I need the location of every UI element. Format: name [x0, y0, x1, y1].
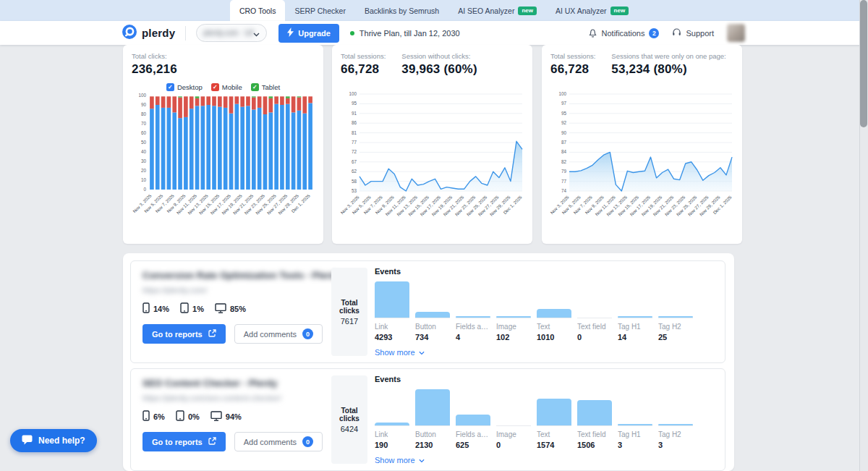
tab-serp-checker[interactable]: SERP Checker — [285, 0, 354, 21]
total-clicks-panel: Total clicks 7617 — [331, 268, 367, 356]
event-value: 2130 — [415, 441, 450, 449]
event-bar — [496, 316, 531, 318]
event-column-tag-h1: Tag H114 — [618, 281, 652, 341]
event-value: 1574 — [537, 441, 571, 449]
plerdy-logo-icon — [122, 24, 137, 43]
logo-text: plerdy — [142, 27, 175, 39]
event-label: Link — [375, 323, 409, 331]
event-column-fields-and-f-: Fields and f...4 — [456, 281, 490, 341]
need-help-button[interactable]: Need help? — [10, 429, 97, 452]
legend-item-mobile[interactable]: ✓Mobile — [211, 83, 242, 91]
event-column-text-field: Text field1506 — [577, 389, 612, 449]
stat-sessions-one-page: Sessions that were only on one page: 53,… — [611, 52, 726, 77]
total-clicks-panel-value: 7617 — [341, 317, 358, 326]
event-bar — [618, 316, 652, 318]
legend-checkbox[interactable]: ✓ — [251, 83, 259, 91]
legend-item-tablet[interactable]: ✓Tablet — [251, 83, 280, 91]
event-value: 1506 — [577, 441, 612, 449]
total-clicks-label: Total clicks: — [132, 52, 315, 60]
legend-item-desktop[interactable]: ✓Desktop — [166, 83, 203, 91]
event-bar-area — [658, 389, 693, 426]
tab-backlinks-by-semrush[interactable]: Backlinks by Semrush — [355, 0, 448, 21]
notifications-badge: 2 — [649, 28, 659, 38]
tabs-group: CRO ToolsSERP CheckerBacklinks by Semrus… — [230, 0, 638, 21]
report-url-blurred: https://plerdy.com/ — [142, 286, 207, 294]
stat-label: Total sessions: — [341, 52, 386, 60]
event-value: 25 — [658, 333, 693, 341]
svg-text:74: 74 — [561, 188, 567, 193]
desktop-percent: 85% — [230, 305, 246, 313]
legend-label: Desktop — [177, 83, 203, 91]
legend-checkbox[interactable]: ✓ — [166, 83, 174, 91]
event-bar-area — [415, 281, 450, 318]
avatar[interactable] — [727, 24, 745, 42]
show-more-link[interactable]: Show more — [375, 456, 425, 464]
notifications-button[interactable]: Notifications 2 — [588, 27, 660, 39]
tab-cro-tools[interactable]: CRO Tools — [230, 0, 286, 21]
device-stats: 6% 0% 94% — [142, 410, 327, 423]
go-to-reports-label: Go to reports — [152, 438, 203, 446]
sessions-without-clicks-card: Total sessions: 66,728 Session without c… — [332, 45, 532, 244]
support-button[interactable]: Support — [672, 27, 714, 38]
clicks-by-device-bar-chart: 0102030405060708090100Nov 3, 2025Nov 5, … — [132, 91, 315, 233]
site-dropdown-value: plerdy.com · UA — [203, 29, 253, 37]
mobile-percent: 6% — [153, 412, 165, 421]
events-title: Events — [375, 267, 715, 276]
tab-ai-seo-analyzer[interactable]: AI SEO Analyzernew — [448, 0, 546, 21]
support-label: Support — [686, 29, 714, 38]
add-comments-button[interactable]: Add comments 0 — [234, 324, 323, 344]
event-bar — [658, 424, 693, 425]
event-column-image: Image102 — [496, 281, 531, 341]
event-label: Tag H1 — [618, 430, 652, 438]
stat-label: Sessions that were only on one page: — [611, 52, 726, 60]
event-column-link: Link190 — [375, 389, 409, 449]
total-clicks-panel-label: Total clicks — [331, 299, 367, 315]
comments-count-badge: 0 — [302, 328, 313, 339]
plerdy-logo[interactable]: plerdy — [122, 24, 175, 43]
svg-text:82: 82 — [561, 159, 567, 164]
event-value: 734 — [415, 333, 450, 341]
event-column-image: Image0 — [496, 389, 531, 449]
show-more-link[interactable]: Show more — [375, 348, 425, 357]
scrollbar-track[interactable] — [859, 0, 868, 471]
event-column-tag-h2: Tag H23 — [658, 389, 693, 449]
event-label: Button — [415, 430, 450, 438]
plan-status: Thrive Plan, till Jan 12, 2030 — [350, 29, 460, 38]
report-card: SEO Content Checker - Plerdy https://ple… — [130, 368, 726, 471]
event-bar — [537, 399, 571, 425]
event-column-text: Text1574 — [537, 389, 571, 449]
svg-text:77: 77 — [352, 140, 357, 145]
bolt-icon — [287, 27, 294, 38]
tab-ai-ux-analyzer[interactable]: AI UX Analyzernew — [546, 0, 638, 21]
legend-label: Tablet — [262, 83, 280, 91]
svg-text:90: 90 — [141, 102, 147, 107]
event-bar-area — [537, 389, 571, 426]
svg-text:77: 77 — [561, 179, 567, 184]
event-bar-area — [456, 389, 490, 426]
reports-section: Conversion Rate Optimization Tools - Ple… — [123, 253, 734, 471]
svg-text:67: 67 — [352, 159, 357, 164]
svg-text:100: 100 — [138, 93, 146, 98]
scrollbar-thumb[interactable] — [860, 0, 867, 127]
go-to-reports-button[interactable]: Go to reports — [142, 432, 226, 451]
upgrade-button[interactable]: Upgrade — [278, 24, 339, 43]
add-comments-button[interactable]: Add comments 0 — [234, 432, 323, 451]
event-value: 4293 — [375, 333, 409, 341]
event-bar-area — [375, 281, 409, 318]
device-legend: ✓Desktop✓Mobile✓Tablet — [132, 83, 315, 91]
headset-icon — [672, 27, 681, 38]
mobile-percent: 14% — [153, 305, 169, 313]
stat-label: Session without clicks: — [401, 52, 477, 60]
go-to-reports-button[interactable]: Go to reports — [142, 324, 226, 344]
event-value: 102 — [496, 333, 531, 341]
report-title-blurred: Conversion Rate Optimization Tools - Ple… — [142, 270, 341, 281]
chevron-down-icon — [419, 456, 425, 464]
tablet-percent: 1% — [192, 305, 204, 313]
site-dropdown[interactable]: plerdy.com · UA — [196, 24, 267, 42]
event-column-tag-h1: Tag H13 — [618, 389, 652, 449]
tab-label: AI SEO Analyzer — [458, 7, 514, 15]
event-bar-area — [658, 281, 693, 318]
legend-checkbox[interactable]: ✓ — [211, 83, 219, 91]
event-bar — [577, 400, 612, 425]
total-clicks-value: 236,216 — [132, 62, 315, 77]
